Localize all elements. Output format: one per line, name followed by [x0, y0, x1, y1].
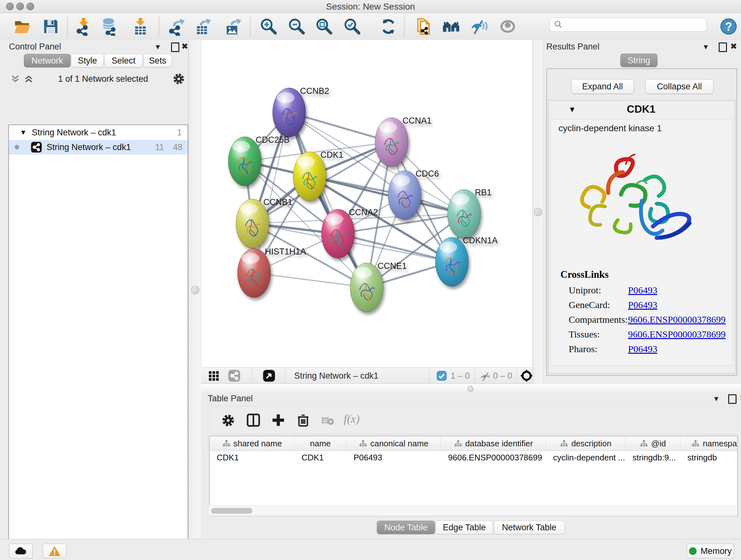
- right-splitter[interactable]: [532, 40, 543, 384]
- left-splitter-handle[interactable]: [191, 286, 199, 294]
- save-session-icon[interactable]: [41, 17, 61, 36]
- network-node-cdkn1a[interactable]: CDKN1A: [435, 236, 498, 287]
- table-settings-gear-icon[interactable]: [221, 414, 235, 428]
- zoom-in-icon[interactable]: [259, 17, 279, 36]
- network-node-ccne1[interactable]: CCNE1: [350, 261, 407, 312]
- network-title: String Network – cdk1: [294, 371, 379, 381]
- cloud-status-button[interactable]: [9, 544, 32, 558]
- collapse-all-button[interactable]: Collapse All: [645, 79, 714, 94]
- add-column-icon[interactable]: [271, 413, 286, 428]
- network-node-cdc25b[interactable]: CDC25B: [228, 135, 290, 186]
- zoom-fit-icon[interactable]: [314, 17, 334, 36]
- tab-string[interactable]: String: [620, 54, 657, 67]
- column-header--id[interactable]: @id: [625, 436, 680, 450]
- table-panel-close-icon[interactable]: ✖: [740, 394, 741, 402]
- tab-sets[interactable]: Sets: [143, 54, 172, 67]
- left-splitter[interactable]: [188, 40, 202, 539]
- network-canvas[interactable]: CCNB2CCNA1CDC25BCDK1CDC6RB1CCNB1CCNA2CDK…: [201, 40, 532, 367]
- column-header-canonical-name[interactable]: canonical name: [347, 436, 441, 450]
- network-row-selected[interactable]: String Network – cdk1 11 48: [9, 140, 188, 154]
- crosslink-link[interactable]: P06493: [628, 285, 657, 296]
- crosslink-link[interactable]: P06493: [628, 344, 657, 354]
- collapse-all-icon[interactable]: [10, 74, 20, 84]
- table-cell[interactable]: 9606.ENSP00000378699: [441, 451, 546, 464]
- network-node-ccna2[interactable]: CCNA2: [321, 207, 378, 258]
- table-cell[interactable]: CDK1: [294, 451, 347, 464]
- table-panel-menu-icon[interactable]: ▾: [714, 394, 718, 402]
- import-network-database-icon[interactable]: [99, 17, 120, 36]
- crosslink-row: GeneCard:P06493: [569, 298, 728, 312]
- tab-style[interactable]: Style: [71, 54, 104, 67]
- results-panel-float-icon[interactable]: [719, 43, 727, 52]
- export-table-icon[interactable]: [193, 17, 213, 36]
- gene-collapse-arrow-icon[interactable]: ▼: [568, 105, 576, 114]
- hidden-eye-icon[interactable]: [479, 370, 491, 384]
- horizontal-scrollbar[interactable]: [211, 508, 253, 514]
- import-network-file-icon[interactable]: [73, 17, 94, 36]
- control-panel-close-icon[interactable]: ✖: [181, 42, 188, 51]
- delete-column-icon[interactable]: [296, 413, 311, 428]
- network-node-hist1h1a[interactable]: HIST1H1A: [238, 247, 306, 298]
- grid-view-icon[interactable]: [208, 370, 219, 383]
- table-row[interactable]: CDK1CDK1P064939606.ENSP00000378699cyclin…: [210, 451, 737, 464]
- network-node-ccna1[interactable]: CCNA1: [375, 116, 432, 167]
- node-label: CDC25B: [256, 135, 290, 145]
- navigate-crosshair-icon[interactable]: [520, 369, 534, 384]
- table-cell[interactable]: stringdb: [680, 451, 738, 464]
- network-graph[interactable]: CCNB2CCNA1CDC25BCDK1CDC6RB1CCNB1CCNA2CDK…: [201, 40, 532, 367]
- network-collection-row[interactable]: ▼ String Network – cdk1 1: [9, 125, 188, 140]
- tab-network[interactable]: Network: [24, 54, 71, 67]
- table-cell[interactable]: stringdb:9...: [625, 451, 680, 464]
- refresh-view-icon[interactable]: [378, 17, 399, 36]
- network-node-ccnb2[interactable]: CCNB2: [273, 86, 329, 137]
- selected-checkbox-icon[interactable]: [436, 371, 447, 382]
- column-header-database-identifier[interactable]: database identifier: [441, 436, 546, 450]
- network-node-cdc6[interactable]: CDC6: [388, 169, 439, 220]
- show-hide-graphics-icon[interactable]: [469, 17, 489, 36]
- network-badge-icon[interactable]: [228, 369, 241, 383]
- birdseye-view-icon[interactable]: [263, 369, 275, 383]
- table-cell[interactable]: cyclin-dependent ...: [546, 451, 625, 464]
- results-panel-close-icon[interactable]: ✖: [730, 42, 737, 51]
- crosslink-link[interactable]: 9606.ENSP00000378699: [628, 329, 726, 340]
- node-table[interactable]: shared namenamecanonical namedatabase id…: [209, 436, 738, 516]
- column-header-namespace[interactable]: namespace: [680, 436, 738, 450]
- crosslink-link[interactable]: P06493: [628, 300, 657, 310]
- import-table-file-icon[interactable]: [130, 17, 151, 36]
- horizontal-splitter[interactable]: [201, 384, 741, 393]
- memory-button[interactable]: Memory: [687, 544, 734, 558]
- home-networks-icon[interactable]: [441, 17, 461, 36]
- results-panel-menu-icon[interactable]: ▾: [704, 43, 708, 51]
- table-cell[interactable]: P06493: [347, 451, 441, 464]
- crosslink-link[interactable]: 9606.ENSP00000378699: [628, 314, 726, 325]
- column-header-shared-name[interactable]: shared name: [210, 436, 294, 450]
- zoom-out-icon[interactable]: [286, 17, 307, 36]
- tab-network-table[interactable]: Network Table: [494, 521, 564, 534]
- column-header-name[interactable]: name: [294, 436, 347, 450]
- table-panel-float-icon[interactable]: [728, 394, 737, 404]
- expand-all-button[interactable]: Expand All: [571, 79, 634, 94]
- control-panel-menu-icon[interactable]: ▾: [156, 43, 160, 51]
- stringify-file-icon[interactable]: [414, 17, 434, 36]
- right-splitter-handle[interactable]: [534, 208, 542, 216]
- zoom-selected-icon[interactable]: [342, 17, 362, 36]
- control-panel-float-icon[interactable]: [171, 43, 179, 52]
- help-icon[interactable]: ?: [718, 17, 739, 36]
- horizontal-splitter-handle[interactable]: [467, 386, 474, 392]
- preview-eye-icon[interactable]: [497, 17, 518, 36]
- table-cell[interactable]: CDK1: [210, 451, 294, 464]
- search-input[interactable]: [563, 18, 706, 31]
- collection-expand-arrow-icon[interactable]: ▼: [20, 128, 27, 137]
- tab-edge-table[interactable]: Edge Table: [435, 521, 493, 534]
- export-image-icon[interactable]: [223, 17, 243, 36]
- export-network-icon[interactable]: [166, 17, 187, 36]
- tab-select[interactable]: Select: [105, 54, 143, 67]
- expand-all-icon[interactable]: [23, 74, 34, 84]
- show-columns-icon[interactable]: [246, 413, 261, 428]
- network-node-rb1[interactable]: RB1: [448, 188, 492, 239]
- open-session-icon[interactable]: [12, 17, 32, 36]
- network-options-gear-icon[interactable]: [172, 72, 185, 85]
- warnings-button[interactable]: [43, 544, 66, 558]
- column-header-description[interactable]: description: [546, 436, 625, 450]
- tab-node-table[interactable]: Node Table: [377, 521, 435, 534]
